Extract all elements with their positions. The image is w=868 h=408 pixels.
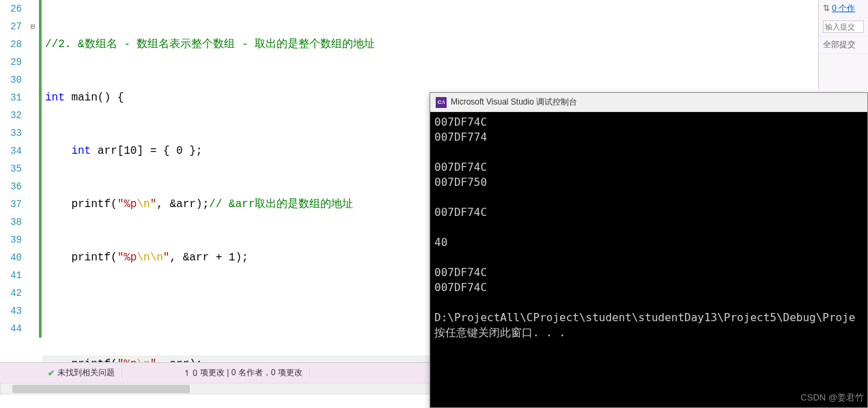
- commit-all-button[interactable]: 全部提交: [819, 36, 868, 54]
- fold-column[interactable]: ⊟: [27, 0, 38, 362]
- git-side-panel: ⇅ 0 个作 全部提交: [818, 0, 868, 89]
- vs-icon: C:\: [436, 97, 447, 108]
- changes-status[interactable]: ↿ 0 项更改 | 0 名作者，0 项更改: [177, 367, 310, 379]
- console-output[interactable]: 007DF74C 007DF774 007DF74C 007DF750 007D…: [430, 112, 867, 343]
- debug-console-window[interactable]: C:\ Microsoft Visual Studio 调试控制台 007DF7…: [430, 92, 868, 408]
- changes-link[interactable]: 0 个作: [832, 3, 855, 13]
- commit-message-input[interactable]: [823, 21, 864, 33]
- console-title-text: Microsoft Visual Studio 调试控制台: [451, 96, 577, 108]
- fold-toggle-icon[interactable]: ⊟: [27, 18, 38, 36]
- line-number-gutter: 26 27 28 29 30 31 32 33 34 35 36 37 38 3…: [0, 0, 27, 362]
- watermark: CSDN @姜君竹: [800, 392, 864, 404]
- issues-status[interactable]: ✔未找到相关问题: [41, 367, 122, 379]
- console-titlebar[interactable]: C:\ Microsoft Visual Studio 调试控制台: [430, 93, 867, 112]
- check-icon: ✔: [48, 368, 55, 378]
- horizontal-scrollbar[interactable]: [0, 383, 430, 394]
- scrollbar-thumb[interactable]: [12, 385, 190, 393]
- sync-icon[interactable]: ⇅: [823, 3, 830, 13]
